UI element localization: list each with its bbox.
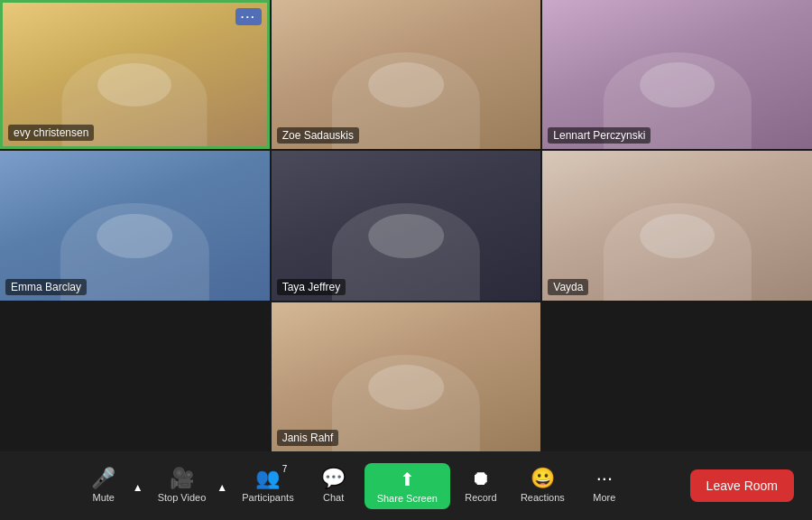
- chat-label: Chat: [323, 492, 344, 503]
- video-cell-taya: Taya Jeffrey: [272, 151, 541, 300]
- more-options-evy[interactable]: ···: [235, 8, 262, 25]
- participants-label: Participants: [242, 492, 293, 503]
- video-cell-emma: Emma Barclay: [0, 151, 270, 300]
- reactions-icon: 😀: [531, 469, 555, 488]
- mute-button[interactable]: 🎤 Mute: [77, 465, 131, 506]
- video-cell-evy: ··· evy christensen: [0, 0, 270, 149]
- record-button[interactable]: ⏺ Record: [454, 465, 508, 506]
- video-cell-lennart: Lennart Perczynski: [542, 0, 812, 149]
- leave-button[interactable]: Leave Room: [690, 469, 794, 502]
- more-icon: ···: [596, 469, 613, 488]
- participants-icon: 👥7: [255, 469, 280, 488]
- video-cell-vayda: Vayda: [542, 151, 812, 300]
- participant-name-taya: Taya Jeffrey: [277, 279, 346, 295]
- share-screen-label: Share Screen: [377, 493, 438, 504]
- mute-icon: 🎤: [91, 469, 115, 488]
- chat-button[interactable]: 💬 Chat: [307, 465, 361, 506]
- video-arrow[interactable]: ▲: [215, 474, 229, 497]
- participants-button[interactable]: 👥7 Participants: [233, 465, 302, 506]
- stop-video-label: Stop Video: [158, 492, 207, 503]
- participant-name-vayda: Vayda: [548, 279, 588, 295]
- chat-icon: 💬: [321, 469, 346, 488]
- video-grid: ··· evy christensen Zoe Sadauskis Lennar…: [0, 0, 812, 451]
- participant-name-zoe: Zoe Sadauskis: [277, 127, 359, 144]
- more-button[interactable]: ··· More: [577, 465, 632, 506]
- mute-label: Mute: [93, 492, 115, 503]
- share-screen-icon: ⬆: [400, 469, 415, 490]
- reactions-button[interactable]: 😀 Reactions: [512, 465, 574, 506]
- record-icon: ⏺: [471, 469, 491, 488]
- participant-name-emma: Emma Barclay: [5, 279, 87, 295]
- share-screen-button[interactable]: ⬆ Share Screen: [364, 463, 450, 509]
- record-label: Record: [465, 492, 496, 503]
- more-label: More: [593, 492, 615, 503]
- participant-name-janis: Janis Rahf: [277, 430, 339, 446]
- reactions-label: Reactions: [521, 492, 565, 503]
- video-meeting-container: ··· evy christensen Zoe Sadauskis Lennar…: [0, 0, 812, 520]
- participant-name-lennart: Lennart Perczynski: [548, 127, 651, 144]
- video-icon: 🎥: [170, 469, 194, 488]
- video-cell-janis: Janis Rahf: [272, 302, 541, 451]
- stop-video-button[interactable]: 🎥 Stop Video: [149, 465, 216, 506]
- video-cell-zoe: Zoe Sadauskis: [272, 0, 541, 149]
- mute-arrow[interactable]: ▲: [131, 474, 145, 497]
- toolbar: 🎤 Mute ▲ 🎥 Stop Video ▲ 👥7 Participants: [0, 451, 812, 520]
- participant-name-evy: evy christensen: [8, 125, 94, 141]
- participants-count-badge: 7: [282, 465, 288, 474]
